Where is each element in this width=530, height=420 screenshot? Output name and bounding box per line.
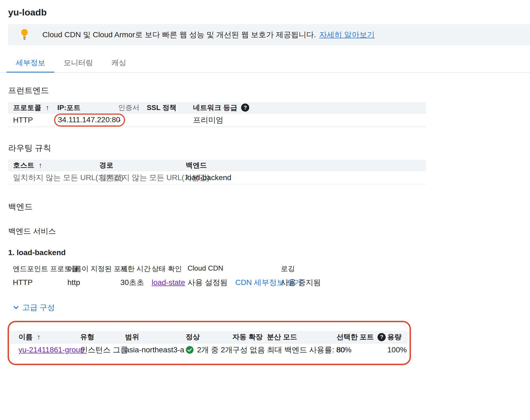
ig-col-type: 유형 (80, 332, 125, 342)
endpoint-protocol-value: HTTP (13, 277, 67, 288)
frontend-col-protocol[interactable]: 프로토콜 ↑ (8, 103, 57, 112)
instance-group-table: 이름 ↑ 유형 범위 정상 자동 확장 분산 모드 선택한 포트 ? 용량 yu… (11, 331, 408, 356)
load-balancer-details-page: yu-loadb Cloud CDN 및 Cloud Armor로 보다 빠른 … (0, 7, 530, 365)
routing-backend-value: load-backend (186, 173, 426, 182)
tab-monitoring[interactable]: 모니터링 (54, 54, 102, 72)
named-port-label: 이름이 지정된 포트 (67, 264, 120, 274)
health-check-label: 상태 확인 (152, 264, 188, 274)
tab-bar: 세부정보 모니터링 캐싱 (0, 54, 530, 73)
frontend-network-tier-value: 프리미엄 (193, 115, 426, 125)
frontend-ip-port-value: 34.111.147.220:80 (58, 115, 120, 124)
tab-details[interactable]: 세부정보 (7, 54, 54, 73)
info-banner: Cloud CDN 및 Cloud Armor로 보다 빠른 웹 성능 및 개선… (8, 24, 530, 45)
instance-group-link[interactable]: yu-21411861-group (18, 346, 84, 354)
ig-col-healthy: 정상 (186, 332, 232, 342)
timeout-value: 30초초 (120, 277, 152, 288)
routing-col-path: 경로 (99, 161, 186, 170)
timeout-label: 제한 시간 (120, 264, 152, 274)
backend-services-heading: 백엔드 서비스 (8, 226, 530, 236)
help-icon[interactable]: ? (241, 104, 249, 112)
frontend-table: 프로토콜 ↑ IP:포트 인증서 SSL 정책 네트워크 등급 ? HTTP 3… (8, 102, 426, 127)
frontend-heading: 프런트엔드 (8, 85, 530, 96)
backend-heading: 백엔드 (8, 201, 530, 212)
ig-col-name-label: 이름 (18, 332, 33, 342)
routing-col-host[interactable]: 호스트 ↑ (8, 161, 99, 170)
ig-col-selected-port: 선택한 포트 ? (336, 332, 387, 342)
frontend-table-header: 프로토콜 ↑ IP:포트 인증서 SSL 정책 네트워크 등급 ? (8, 102, 426, 113)
sort-arrow-icon[interactable]: ↑ (37, 333, 40, 341)
health-check-ok-icon (186, 346, 194, 354)
frontend-col-protocol-label: 프로토콜 (13, 103, 41, 112)
annotation-circle-ip: 34.111.147.220:80 (54, 114, 125, 127)
page-title: yu-loadb (8, 7, 530, 18)
frontend-table-row: HTTP 34.111.147.220:80 - 프리미엄 (8, 113, 426, 127)
ig-healthy-value: 2개 중 2개 (197, 345, 233, 355)
cloud-cdn-label: Cloud CDN (188, 264, 281, 274)
backend-service-fields: 엔드포인트 프로토콜 이름이 지정된 포트 제한 시간 상태 확인 Cloud … (13, 264, 530, 288)
ig-type-value: 인스턴스 그룹 (80, 345, 125, 355)
frontend-protocol-value: HTTP (8, 116, 57, 124)
cloud-cdn-value: 사용 설정됨 (188, 277, 228, 288)
cloud-cdn-cell: 사용 설정됨 CDN 세부정보 보기 (188, 277, 281, 288)
ig-capacity-value: 100% (387, 346, 408, 354)
lightbulb-icon (20, 28, 29, 41)
routing-path-value: 일치하지 않는 모든 URL(기본값) (99, 173, 186, 183)
routing-table-row: 일치하지 않는 모든 URL(기본값) 일치하지 않는 모든 URL(기본값) … (8, 171, 426, 184)
health-check-link[interactable]: load-state (152, 278, 185, 287)
sort-arrow-icon[interactable]: ↑ (46, 104, 49, 112)
frontend-col-certificate: 인증서 (118, 103, 147, 112)
tab-caching[interactable]: 캐싱 (102, 54, 135, 72)
named-port-value: http (67, 277, 120, 288)
routing-table-header: 호스트 ↑ 경로 백엔드 (8, 160, 426, 171)
sort-arrow-icon[interactable]: ↑ (39, 161, 42, 170)
routing-table: 호스트 ↑ 경로 백엔드 일치하지 않는 모든 URL(기본값) 일치하지 않는… (8, 160, 426, 184)
frontend-col-network-tier: 네트워크 등급 ? (193, 103, 426, 112)
ig-col-capacity: 용량 (387, 332, 408, 342)
annotation-circle-table: 이름 ↑ 유형 범위 정상 자동 확장 분산 모드 선택한 포트 ? 용량 yu… (8, 321, 411, 365)
routing-col-host-label: 호스트 (13, 161, 34, 170)
ig-col-autoscaling: 자동 확장 (232, 332, 267, 342)
endpoint-protocol-label: 엔드포인트 프로토콜 (13, 264, 67, 274)
chevron-down-icon (12, 303, 20, 312)
frontend-col-ssl-policy: SSL 정책 (147, 103, 193, 112)
frontend-col-ip-port: IP:포트 (57, 103, 118, 112)
banner-text: Cloud CDN 및 Cloud Armor로 보다 빠른 웹 성능 및 개선… (42, 30, 316, 40)
health-check-cell: load-state (152, 277, 188, 288)
routing-col-backend: 백엔드 (186, 161, 426, 170)
ig-col-balancing-mode: 분산 모드 (267, 332, 336, 342)
frontend-ip-port-cell: 34.111.147.220:80 (57, 114, 118, 127)
advanced-config-label: 고급 구성 (22, 302, 55, 313)
ig-healthy-cell: 2개 중 2개 (186, 345, 232, 355)
ig-scope-value: asia-northeast3-a (125, 346, 186, 354)
help-icon[interactable]: ? (378, 333, 386, 341)
frontend-col-network-tier-label: 네트워크 등급 (193, 103, 237, 112)
instance-group-table-header: 이름 ↑ 유형 범위 정상 자동 확장 분산 모드 선택한 포트 ? 용량 (11, 331, 408, 343)
logging-label: 로깅 (281, 264, 530, 274)
routing-host-value: 일치하지 않는 모든 URL(기본값) (8, 173, 99, 183)
frontend-certificate-value: - (118, 116, 147, 124)
ig-autoscaling-value: 구성 없음 (232, 345, 267, 355)
advanced-config-toggle[interactable]: 고급 구성 (12, 302, 530, 313)
ig-selected-port-value: 80 (336, 346, 387, 354)
instance-group-row: yu-21411861-group 인스턴스 그룹 asia-northeast… (11, 343, 408, 356)
routing-heading: 라우팅 규칙 (8, 143, 530, 154)
logging-value: 사용 중지됨 (281, 277, 530, 288)
ig-col-selected-port-label: 선택한 포트 (336, 332, 374, 342)
ig-name-cell: yu-21411861-group (11, 346, 80, 354)
ig-balancing-mode-value: 최대 백엔드 사용률: 80% (267, 345, 336, 355)
backend-service-title: 1. load-backend (8, 248, 530, 257)
ig-col-name[interactable]: 이름 ↑ (11, 332, 80, 342)
ig-col-scope: 범위 (125, 332, 186, 342)
learn-more-link[interactable]: 자세히 알아보기 (319, 30, 375, 40)
